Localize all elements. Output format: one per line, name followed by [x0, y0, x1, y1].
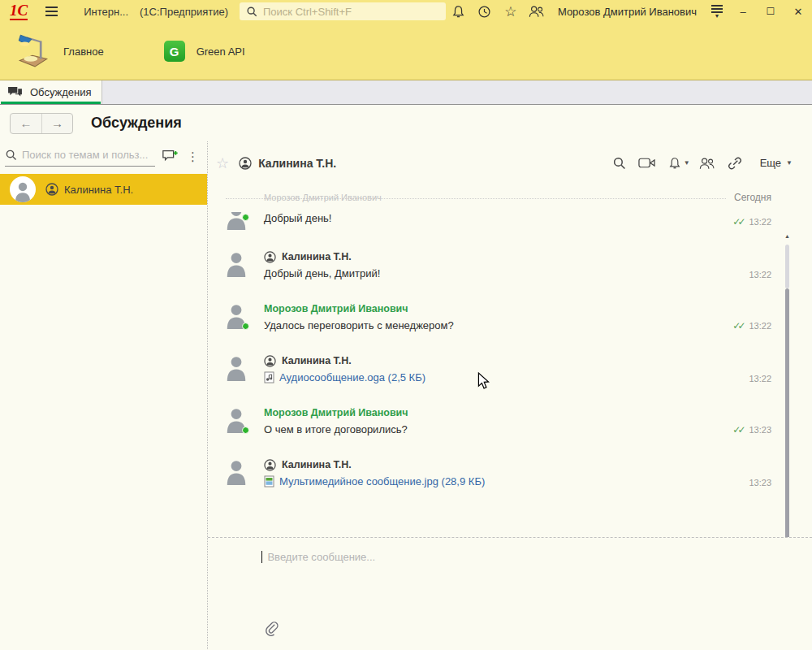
message-history: Морозов Дмитрий Иванович Сегодня Добрый …: [208, 184, 812, 537]
message-text: Удалось переговорить с менеджером?: [264, 316, 749, 334]
discussions-sidebar: Поиск по темам и польз... ⋮ Калинина Т.Н…: [0, 141, 208, 649]
message-row: Морозов Дмитрий Иванович Удалось перегов…: [226, 301, 749, 334]
bell-dropdown-caret-icon[interactable]: ▼: [684, 159, 690, 167]
navigation-row: ← → Обсуждения: [0, 105, 812, 141]
message-row: Калинина Т.Н. Мультимедийное сообщение.j…: [226, 457, 749, 490]
section-green-api[interactable]: G Green API: [149, 23, 260, 80]
main-menu-icon[interactable]: [45, 6, 58, 16]
section-home[interactable]: Главное: [0, 23, 119, 80]
avatar: [226, 204, 247, 220]
search-icon: [5, 149, 17, 161]
new-discussion-icon[interactable]: [162, 149, 179, 163]
message-time: 13:23: [749, 425, 771, 435]
message-time: 13:22: [749, 217, 771, 227]
current-user-name[interactable]: Морозов Дмитрий Иванович: [558, 6, 697, 18]
window-titlebar: 1С Интерн... (1С:Предприятие) Поиск Ctrl…: [0, 0, 812, 23]
sidebar-search-input[interactable]: Поиск по темам и польз...: [5, 145, 155, 167]
scroll-up-icon[interactable]: ▲: [784, 233, 791, 240]
person-circle-icon: [264, 355, 276, 367]
1c-logo: 1С: [10, 2, 28, 20]
online-status-dot: [242, 214, 249, 221]
forward-button[interactable]: →: [41, 114, 72, 133]
back-button[interactable]: ←: [11, 114, 41, 133]
maximize-button[interactable]: ☐: [757, 6, 784, 17]
desk-lamp-icon: [15, 32, 52, 70]
global-search-placeholder: Поиск Ctrl+Shift+F: [263, 6, 352, 18]
section-green-api-label: Green API: [197, 46, 245, 58]
add-members-icon[interactable]: [693, 157, 721, 170]
avatar: [10, 176, 36, 202]
message-author: Морозов Дмитрий Иванович: [264, 405, 749, 420]
favorites-star-icon[interactable]: ☆: [498, 5, 524, 19]
chat-panel: ☆ Калинина Т.Н. ▼: [208, 141, 812, 649]
avatar: [226, 251, 247, 277]
more-button[interactable]: Еще: [760, 157, 781, 169]
online-status-dot: [242, 427, 249, 434]
read-receipt-icon: ✓✓: [732, 216, 742, 228]
favorite-star-icon[interactable]: ☆: [216, 154, 229, 172]
chat-title: Калинина Т.Н.: [258, 157, 336, 170]
person-circle-icon: [239, 157, 252, 170]
app-title: Интерн...: [84, 6, 128, 18]
message-text: О чем в итоге договорились?: [264, 420, 749, 438]
message-time: 13:22: [749, 270, 771, 280]
notifications-bell-icon[interactable]: [446, 5, 472, 19]
message-composer[interactable]: Введите сообщение...: [208, 537, 812, 649]
sections-toolbar: Главное G Green API: [0, 23, 812, 80]
message-meta: ✓✓ 13:22: [732, 216, 771, 228]
person-circle-icon: [264, 459, 276, 471]
image-attachment-link[interactable]: Мультимедийное сообщение.jpg (28,9 КБ): [264, 475, 485, 488]
message-meta: 13:22: [749, 374, 771, 384]
open-windows-tabbar: Обсуждения: [0, 80, 812, 105]
close-button[interactable]: ✕: [784, 6, 812, 18]
avatar: [226, 407, 247, 433]
chat-search-icon[interactable]: [606, 156, 633, 170]
audio-file-icon: [264, 371, 274, 384]
message-author: Морозов Дмитрий Иванович: [264, 301, 749, 316]
green-api-icon: G: [164, 41, 185, 62]
attachment-label: Аудиосообщение.oga (2,5 КБ): [279, 371, 425, 384]
avatar: [226, 459, 247, 485]
message-time: 13:22: [749, 321, 771, 331]
sidebar-menu-kebab-icon[interactable]: ⋮: [187, 150, 199, 162]
message-meta: ✓✓ 13:22: [732, 320, 771, 332]
author-name: Калинина Т.Н.: [282, 355, 352, 366]
composer-placeholder: Введите сообщение...: [267, 551, 375, 563]
discussion-list-item[interactable]: Калинина Т.Н.: [0, 174, 207, 205]
message-author: Калинина Т.Н.: [264, 353, 749, 368]
image-file-icon: [264, 475, 274, 488]
message-time: 13:23: [749, 478, 771, 488]
chat-bubbles-icon: [7, 86, 23, 98]
avatar: [226, 355, 247, 381]
link-icon[interactable]: [721, 156, 749, 171]
date-separator: Морозов Дмитрий Иванович Сегодня: [226, 191, 749, 206]
read-receipt-icon: ✓✓: [732, 424, 742, 436]
minimize-button[interactable]: –: [729, 6, 757, 18]
history-icon[interactable]: [472, 5, 498, 19]
scrollbar-thumb[interactable]: [785, 288, 789, 537]
message-text: Добрый день, Дмитрий!: [264, 264, 749, 282]
global-search-input[interactable]: Поиск Ctrl+Shift+F: [240, 2, 446, 20]
text-caret: [261, 551, 262, 563]
tab-discussions-label: Обсуждения: [30, 86, 92, 98]
service-menu-icon[interactable]: ▼: [705, 5, 729, 18]
audio-attachment-link[interactable]: Аудиосообщение.oga (2,5 КБ): [264, 371, 425, 384]
avatar: [226, 303, 247, 329]
message-text: Добрый день!: [264, 209, 749, 227]
chat-header: ☆ Калинина Т.Н. ▼: [208, 141, 812, 184]
scrollbar-track[interactable]: [785, 245, 789, 288]
section-home-label: Главное: [63, 46, 104, 58]
users-icon[interactable]: [524, 5, 550, 18]
video-call-icon[interactable]: [633, 157, 661, 169]
attach-file-paperclip-icon[interactable]: [265, 621, 279, 639]
chat-scrollbar[interactable]: ▲ ▼: [784, 233, 791, 240]
message-row: Добрый день! ✓✓ 13:22: [226, 209, 749, 230]
tab-discussions[interactable]: Обсуждения: [0, 80, 102, 104]
message-author: Калинина Т.Н.: [264, 249, 749, 264]
scrolled-author-name: Морозов Дмитрий Иванович: [264, 193, 382, 202]
more-dropdown-caret-icon[interactable]: ▼: [786, 159, 793, 167]
sidebar-search-placeholder: Поиск по темам и польз...: [22, 149, 148, 161]
author-name: Калинина Т.Н.: [282, 459, 352, 470]
message-author: Калинина Т.Н.: [264, 457, 749, 472]
message-meta: 13:23: [749, 478, 771, 488]
